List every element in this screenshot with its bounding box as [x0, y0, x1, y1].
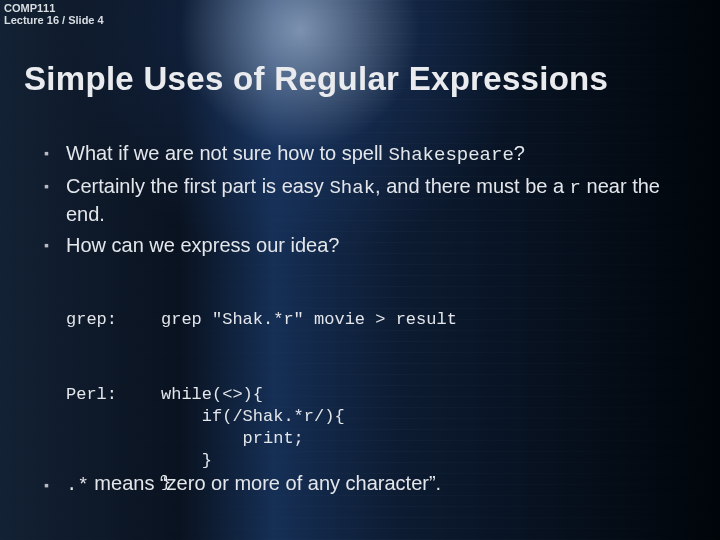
code-examples: grep: grep "Shak.*r" movie > result Perl… [66, 265, 694, 540]
code-inline: Shakespeare [388, 144, 513, 166]
bullet-2: ▪ Certainly the first part is easy Shak,… [44, 173, 694, 229]
bullet-marker: ▪ [44, 173, 66, 229]
text: ? [514, 142, 525, 164]
lecture-crumb: Lecture 16 / Slide 4 [4, 14, 104, 26]
bullet-marker: ▪ [44, 232, 66, 259]
text: , and there must be a [375, 175, 570, 197]
bullet-3: ▪ How can we express our idea? [44, 232, 694, 259]
text: means “zero or more of any character”. [89, 472, 441, 494]
bullet-4: ▪ .* means “zero or more of any characte… [44, 472, 694, 498]
bullet-marker: ▪ [44, 472, 66, 498]
course-code: COMP111 [4, 2, 104, 14]
text: What if we are not sure how to spell [66, 142, 388, 164]
bullet-1: ▪ What if we are not sure how to spell S… [44, 140, 694, 169]
grep-label: grep: [66, 309, 161, 331]
slide-header: COMP111 Lecture 16 / Slide 4 [4, 2, 104, 26]
bullet-text: How can we express our idea? [66, 232, 694, 259]
slide: COMP111 Lecture 16 / Slide 4 Simple Uses… [0, 0, 720, 540]
bullet-text: .* means “zero or more of any character”… [66, 472, 441, 498]
grep-example: grep: grep "Shak.*r" movie > result [66, 309, 694, 331]
code-inline: Shak [329, 177, 375, 199]
bullet-marker: ▪ [44, 140, 66, 169]
code-inline: r [570, 177, 581, 199]
text: Certainly the first part is easy [66, 175, 329, 197]
grep-code: grep "Shak.*r" movie > result [161, 309, 457, 331]
slide-title: Simple Uses of Regular Expressions [24, 60, 608, 98]
bullet-text: What if we are not sure how to spell Sha… [66, 140, 694, 169]
bullet-text: Certainly the first part is easy Shak, a… [66, 173, 694, 229]
code-inline: .* [66, 474, 89, 496]
